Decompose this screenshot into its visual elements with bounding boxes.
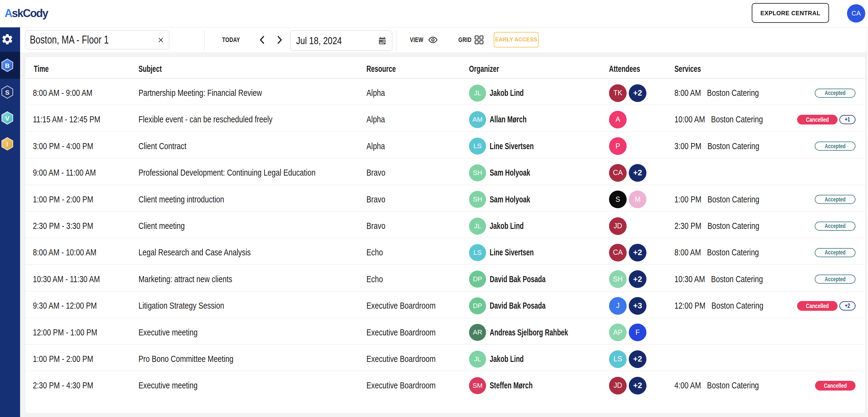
svg-text:S: S xyxy=(5,89,9,96)
svg-text:V: V xyxy=(5,115,9,122)
svg-text:B: B xyxy=(5,62,9,69)
svg-text:I: I xyxy=(6,141,8,148)
